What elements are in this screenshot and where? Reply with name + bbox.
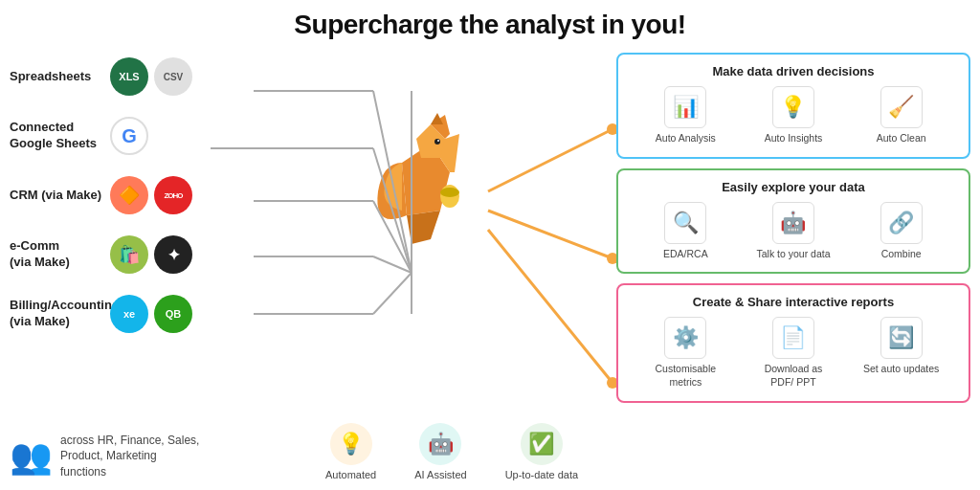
auto-updates-icon: 🔄 — [880, 317, 923, 359]
squirrel-illustration — [354, 105, 479, 258]
icon-shopify: 🛍️ — [110, 235, 148, 274]
svg-point-7 — [437, 140, 439, 142]
custom-metrics-icon: ⚙️ — [664, 317, 706, 359]
auto-clean-label: Auto Clean — [877, 132, 926, 145]
source-label-crm: CRM (via Make) — [10, 188, 110, 204]
icon-xero: xe — [110, 295, 148, 333]
ai-assisted-label: AI Assisted — [414, 469, 466, 480]
auto-insights-label: Auto Insights — [765, 132, 823, 145]
ai-assisted-icon: 🤖 — [419, 423, 461, 465]
panel-icons-explore: 🔍 EDA/RCA 🤖 Talk to your data 🔗 Combine — [632, 202, 955, 261]
people-icon: 👥 — [10, 436, 53, 477]
panel-item-talk-to-data: 🤖 Talk to your data — [750, 202, 836, 261]
panel-item-combine: 🔗 Combine — [858, 202, 945, 261]
panel-explore: Easily explore your data 🔍 EDA/RCA 🤖 Tal… — [616, 168, 970, 275]
panel-item-auto-insights: 💡 Auto Insights — [750, 86, 836, 145]
svg-line-19 — [373, 273, 412, 314]
svg-marker-2 — [407, 211, 440, 244]
svg-point-6 — [434, 139, 440, 145]
uptodate-label: Up-to-date data — [505, 469, 578, 480]
svg-line-21 — [488, 129, 612, 191]
source-row-google-sheets: ConnectedGoogle Sheets G — [10, 117, 258, 155]
combine-icon: 🔗 — [880, 202, 923, 244]
automated-label: Automated — [325, 469, 376, 480]
svg-line-23 — [488, 211, 612, 258]
sources-panel: Spreadsheets XLS CSV ConnectedGoogle She… — [10, 57, 258, 354]
bottom-bar: 👥 across HR, Finance, Sales, Product, Ma… — [10, 433, 204, 480]
panel-icons-reports: ⚙️ Customisablemetrics 📄 Download asPDF/… — [632, 317, 955, 389]
bottom-item-automated: 💡 Automated — [325, 423, 376, 480]
source-row-ecomm: e-Comm(via Make) 🛍️ ✦ — [10, 235, 258, 274]
talk-to-data-icon: 🤖 — [772, 202, 814, 244]
icon-google: G — [110, 117, 148, 155]
svg-line-17 — [373, 256, 412, 273]
source-label-billing: Billing/Accounting(via Make) — [10, 298, 110, 330]
icon-qb: QB — [154, 295, 192, 333]
source-row-crm: CRM (via Make) 🔶 ZOHO — [10, 176, 258, 214]
panel-item-custom-metrics: ⚙️ Customisablemetrics — [642, 317, 728, 389]
icon-csv: CSV — [154, 57, 192, 96]
source-label-ecomm: e-Comm(via Make) — [10, 238, 110, 271]
download-pdf-label: Download asPDF/ PPT — [765, 363, 823, 389]
auto-analysis-label: Auto Analysis — [656, 132, 716, 145]
bottom-item-uptodate: ✅ Up-to-date data — [505, 423, 578, 480]
custom-metrics-label: Customisablemetrics — [656, 363, 717, 389]
source-row-spreadsheets: Spreadsheets XLS CSV — [10, 57, 258, 96]
auto-updates-label: Set auto updates — [863, 363, 939, 376]
icon-hubspot: 🔶 — [110, 176, 148, 214]
icon-xls: XLS — [110, 57, 148, 96]
bottom-feature-icons: 💡 Automated 🤖 AI Assisted ✅ Up-to-date d… — [325, 423, 578, 480]
eda-rca-label: EDA/RCA — [663, 248, 708, 261]
panel-item-auto-analysis: 📊 Auto Analysis — [642, 86, 728, 145]
panel-item-auto-updates: 🔄 Set auto updates — [858, 317, 945, 376]
uptodate-icon: ✅ — [521, 423, 563, 465]
panel-icons-data-driven: 📊 Auto Analysis 💡 Auto Insights 🧹 Auto C… — [632, 86, 955, 145]
panel-title-reports: Create & Share interactive reports — [632, 295, 955, 309]
right-panels: Make data driven decisions 📊 Auto Analys… — [616, 53, 970, 403]
talk-to-data-label: Talk to your data — [756, 248, 830, 261]
auto-clean-icon: 🧹 — [880, 86, 923, 128]
icon-zoho: ZOHO — [154, 176, 192, 214]
panel-title-explore: Easily explore your data — [632, 180, 955, 194]
panel-data-driven: Make data driven decisions 📊 Auto Analys… — [616, 53, 970, 159]
automated-icon: 💡 — [330, 423, 372, 465]
source-row-billing: Billing/Accounting(via Make) xe QB — [10, 295, 258, 333]
source-label-google-sheets: ConnectedGoogle Sheets — [10, 120, 110, 152]
panel-item-auto-clean: 🧹 Auto Clean — [858, 86, 945, 145]
auto-insights-icon: 💡 — [772, 86, 814, 128]
panel-item-download-pdf: 📄 Download asPDF/ PPT — [750, 317, 836, 389]
source-label-spreadsheets: Spreadsheets — [10, 69, 110, 85]
bottom-item-ai-assisted: 🤖 AI Assisted — [414, 423, 466, 480]
auto-analysis-icon: 📊 — [664, 86, 706, 128]
people-text: across HR, Finance, Sales, Product, Mark… — [60, 433, 204, 480]
panel-title-data-driven: Make data driven decisions — [632, 64, 955, 78]
svg-point-9 — [440, 188, 459, 197]
page-title: Supercharge the analyst in you! — [0, 0, 980, 40]
panel-item-eda-rca: 🔍 EDA/RCA — [642, 202, 728, 261]
eda-rca-icon: 🔍 — [664, 202, 706, 244]
download-pdf-icon: 📄 — [772, 317, 814, 359]
icon-squarespace: ✦ — [154, 235, 192, 274]
combine-label: Combine — [881, 248, 922, 261]
svg-line-25 — [488, 230, 612, 383]
panel-reports: Create & Share interactive reports ⚙️ Cu… — [616, 283, 970, 402]
